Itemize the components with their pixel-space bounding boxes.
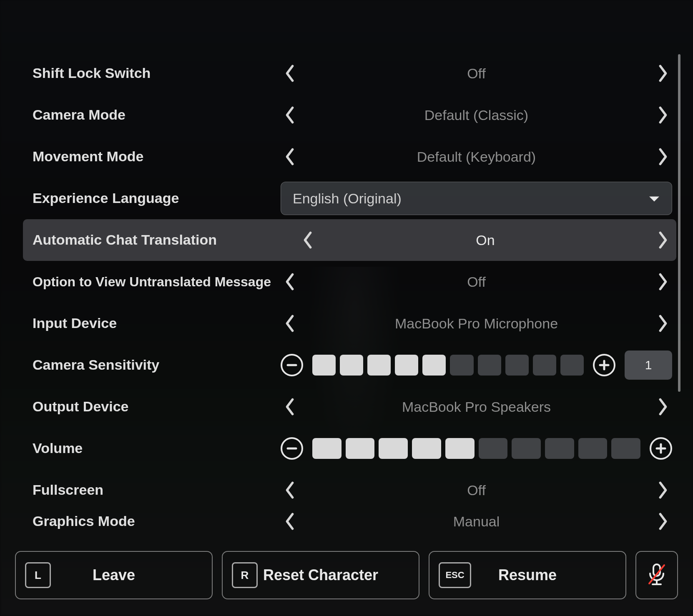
shift-lock-prev[interactable] xyxy=(281,64,299,83)
camera-sensitivity-label: Camera Sensitivity xyxy=(33,357,281,373)
camera-sensitivity-input[interactable]: 1 xyxy=(625,351,672,380)
graphics-mode-prev[interactable] xyxy=(281,512,299,531)
shift-lock-label: Shift Lock Switch xyxy=(33,65,281,81)
output-device-row: Output Device MacBook Pro Speakers xyxy=(0,386,676,428)
slider-segment xyxy=(395,355,418,376)
slider-segment xyxy=(545,438,574,459)
view-untranslated-row: Option to View Untranslated Message Off xyxy=(0,261,676,303)
slider-segment xyxy=(505,355,529,376)
leave-label: Leave xyxy=(16,566,212,584)
camera-mode-prev[interactable] xyxy=(281,106,299,124)
slider-segment xyxy=(379,438,408,459)
input-device-prev[interactable] xyxy=(281,314,299,333)
volume-label: Volume xyxy=(33,440,281,456)
slider-segment xyxy=(412,438,441,459)
movement-mode-prev[interactable] xyxy=(281,148,299,166)
volume-row: Volume xyxy=(0,428,676,469)
view-untranslated-value: Off xyxy=(299,274,654,290)
slider-segment xyxy=(346,438,375,459)
fullscreen-next[interactable] xyxy=(654,481,672,499)
slider-segment xyxy=(533,355,556,376)
movement-mode-row: Movement Mode Default (Keyboard) xyxy=(0,136,676,178)
output-device-value: MacBook Pro Speakers xyxy=(299,399,654,415)
graphics-mode-label: Graphics Mode xyxy=(33,513,281,529)
movement-mode-value: Default (Keyboard) xyxy=(299,149,654,165)
scrollbar-track[interactable] xyxy=(678,54,680,528)
slider-segment xyxy=(479,438,508,459)
fullscreen-value: Off xyxy=(299,482,654,498)
slider-segment xyxy=(340,355,363,376)
volume-plus[interactable] xyxy=(650,437,672,460)
graphics-mode-next[interactable] xyxy=(654,512,672,531)
auto-translate-row: Automatic Chat Translation On xyxy=(23,219,676,261)
slider-segment xyxy=(512,438,541,459)
slider-segment xyxy=(578,438,608,459)
reset-label: Reset Character xyxy=(223,566,419,584)
resume-button[interactable]: ESC Resume xyxy=(429,551,626,599)
slider-segment xyxy=(478,355,501,376)
experience-language-label: Experience Language xyxy=(33,190,281,206)
input-device-row: Input Device MacBook Pro Microphone xyxy=(0,303,676,344)
experience-language-value: English (Original) xyxy=(293,190,402,207)
camera-mode-label: Camera Mode xyxy=(33,107,281,123)
shift-lock-value: Off xyxy=(299,65,654,82)
camera-mode-row: Camera Mode Default (Classic) xyxy=(0,94,676,136)
slider-segment xyxy=(312,438,341,459)
graphics-mode-row: Graphics Mode Manual xyxy=(0,511,676,532)
slider-segment xyxy=(422,355,446,376)
bottom-bar: L Leave R Reset Character ESC Resume xyxy=(15,551,678,599)
resume-label: Resume xyxy=(429,566,625,584)
graphics-mode-value: Manual xyxy=(299,513,654,530)
experience-language-dropdown[interactable]: English (Original) xyxy=(281,182,672,215)
input-device-label: Input Device xyxy=(33,315,281,331)
camera-mode-next[interactable] xyxy=(654,106,672,124)
camera-sensitivity-minus[interactable] xyxy=(281,354,303,376)
input-device-next[interactable] xyxy=(654,314,672,333)
camera-sensitivity-row: Camera Sensitivity 1 xyxy=(0,344,676,386)
experience-language-row: Experience Language English (Original) xyxy=(0,178,676,219)
reset-character-button[interactable]: R Reset Character xyxy=(222,551,419,599)
auto-translate-label: Automatic Chat Translation xyxy=(33,232,299,248)
view-untranslated-next[interactable] xyxy=(654,273,672,291)
slider-segment xyxy=(445,438,475,459)
output-device-next[interactable] xyxy=(654,398,672,416)
fullscreen-prev[interactable] xyxy=(281,481,299,499)
input-device-value: MacBook Pro Microphone xyxy=(299,316,654,332)
movement-mode-next[interactable] xyxy=(654,148,672,166)
view-untranslated-prev[interactable] xyxy=(281,273,299,291)
slider-segment xyxy=(560,355,584,376)
slider-segment xyxy=(312,355,336,376)
fullscreen-label: Fullscreen xyxy=(33,482,281,498)
output-device-label: Output Device xyxy=(33,398,281,415)
mic-muted-icon xyxy=(646,562,668,588)
settings-scroll-area: Shift Lock Switch Off Camera Mode Defaul… xyxy=(0,46,676,537)
volume-minus[interactable] xyxy=(281,437,303,460)
slider-segment xyxy=(611,438,640,459)
camera-mode-value: Default (Classic) xyxy=(299,107,654,123)
output-device-prev[interactable] xyxy=(281,398,299,416)
shift-lock-row: Shift Lock Switch Off xyxy=(0,53,676,94)
shift-lock-next[interactable] xyxy=(654,64,672,83)
auto-translate-prev[interactable] xyxy=(299,231,317,249)
volume-slider[interactable] xyxy=(312,438,640,459)
scrollbar-thumb[interactable] xyxy=(678,54,680,392)
auto-translate-value: On xyxy=(317,232,654,248)
slider-segment xyxy=(450,355,473,376)
fullscreen-row: Fullscreen Off xyxy=(0,469,676,511)
movement-mode-label: Movement Mode xyxy=(33,148,281,165)
camera-sensitivity-slider[interactable] xyxy=(312,355,584,376)
auto-translate-next[interactable] xyxy=(654,231,672,249)
view-untranslated-label: Option to View Untranslated Message xyxy=(33,274,281,290)
slider-segment xyxy=(367,355,391,376)
mic-toggle-button[interactable] xyxy=(635,551,678,599)
leave-button[interactable]: L Leave xyxy=(15,551,213,599)
chevron-down-icon xyxy=(648,190,660,207)
camera-sensitivity-plus[interactable] xyxy=(593,354,615,376)
